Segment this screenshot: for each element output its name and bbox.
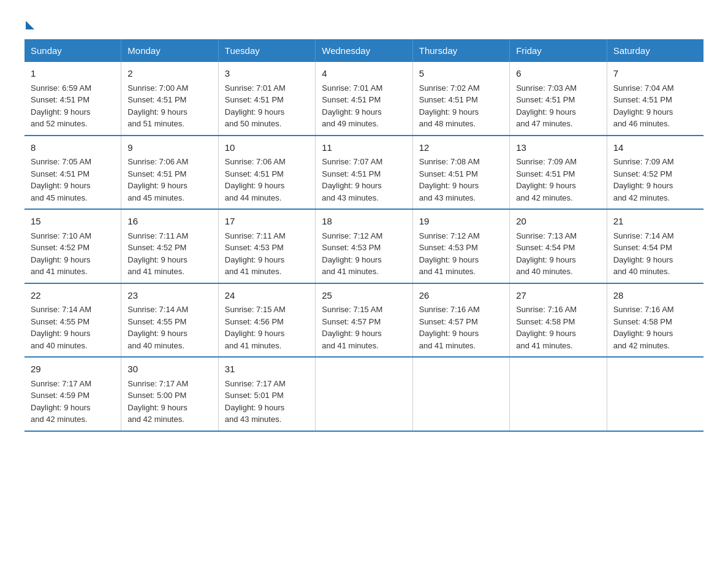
day-info: Sunrise: 7:06 AM Sunset: 4:51 PM Dayligh…: [127, 156, 211, 204]
day-info: Sunrise: 7:03 AM Sunset: 4:51 PM Dayligh…: [516, 82, 600, 130]
day-info: Sunrise: 7:14 AM Sunset: 4:55 PM Dayligh…: [31, 304, 115, 351]
day-info: Sunrise: 7:11 AM Sunset: 4:52 PM Dayligh…: [127, 230, 211, 278]
day-cell: 24Sunrise: 7:15 AM Sunset: 4:56 PM Dayli…: [218, 283, 315, 358]
day-info: Sunrise: 7:17 AM Sunset: 4:59 PM Dayligh…: [31, 378, 115, 426]
day-info: Sunrise: 7:00 AM Sunset: 4:51 PM Dayligh…: [127, 82, 211, 130]
day-info: Sunrise: 7:16 AM Sunset: 4:58 PM Dayligh…: [516, 304, 600, 351]
header-thursday: Thursday: [412, 39, 509, 62]
day-number: 11: [322, 141, 406, 155]
day-cell: [412, 357, 509, 431]
day-cell: 7Sunrise: 7:04 AM Sunset: 4:51 PM Daylig…: [607, 62, 703, 136]
day-info: Sunrise: 7:09 AM Sunset: 4:52 PM Dayligh…: [613, 156, 697, 204]
day-number: 19: [419, 215, 503, 229]
day-number: 27: [516, 289, 600, 303]
day-number: 4: [322, 67, 406, 81]
day-cell: 19Sunrise: 7:12 AM Sunset: 4:53 PM Dayli…: [412, 209, 509, 283]
day-number: 14: [613, 141, 697, 155]
day-info: Sunrise: 7:06 AM Sunset: 4:51 PM Dayligh…: [225, 156, 309, 204]
day-info: Sunrise: 7:14 AM Sunset: 4:54 PM Dayligh…: [613, 230, 697, 278]
day-number: 16: [127, 215, 211, 229]
day-number: 3: [225, 67, 309, 81]
day-cell: 8Sunrise: 7:05 AM Sunset: 4:51 PM Daylig…: [25, 136, 121, 210]
day-cell: [510, 357, 607, 431]
week-row-5: 29Sunrise: 7:17 AM Sunset: 4:59 PM Dayli…: [25, 357, 703, 431]
day-info: Sunrise: 7:16 AM Sunset: 4:58 PM Dayligh…: [613, 304, 697, 351]
day-info: Sunrise: 7:07 AM Sunset: 4:51 PM Dayligh…: [322, 156, 406, 204]
day-cell: 22Sunrise: 7:14 AM Sunset: 4:55 PM Dayli…: [25, 283, 121, 358]
week-row-4: 22Sunrise: 7:14 AM Sunset: 4:55 PM Dayli…: [25, 283, 703, 358]
day-cell: 31Sunrise: 7:17 AM Sunset: 5:01 PM Dayli…: [218, 357, 315, 431]
day-cell: 9Sunrise: 7:06 AM Sunset: 4:51 PM Daylig…: [121, 136, 218, 210]
day-info: Sunrise: 7:04 AM Sunset: 4:51 PM Dayligh…: [613, 82, 697, 130]
header-friday: Friday: [510, 39, 607, 62]
day-cell: 27Sunrise: 7:16 AM Sunset: 4:58 PM Dayli…: [510, 283, 607, 358]
day-cell: 6Sunrise: 7:03 AM Sunset: 4:51 PM Daylig…: [510, 62, 607, 136]
header-monday: Monday: [121, 39, 218, 62]
week-row-2: 8Sunrise: 7:05 AM Sunset: 4:51 PM Daylig…: [25, 136, 703, 210]
day-cell: 12Sunrise: 7:08 AM Sunset: 4:51 PM Dayli…: [412, 136, 509, 210]
day-cell: 16Sunrise: 7:11 AM Sunset: 4:52 PM Dayli…: [121, 209, 218, 283]
day-number: 20: [516, 215, 600, 229]
day-info: Sunrise: 7:09 AM Sunset: 4:51 PM Dayligh…: [516, 156, 600, 204]
day-cell: 21Sunrise: 7:14 AM Sunset: 4:54 PM Dayli…: [607, 209, 703, 283]
day-info: Sunrise: 7:01 AM Sunset: 4:51 PM Dayligh…: [322, 82, 406, 130]
day-cell: 23Sunrise: 7:14 AM Sunset: 4:55 PM Dayli…: [121, 283, 218, 358]
day-number: 23: [127, 289, 211, 303]
day-info: Sunrise: 7:01 AM Sunset: 4:51 PM Dayligh…: [225, 82, 309, 130]
day-cell: 28Sunrise: 7:16 AM Sunset: 4:58 PM Dayli…: [607, 283, 703, 358]
day-cell: 18Sunrise: 7:12 AM Sunset: 4:53 PM Dayli…: [316, 209, 412, 283]
day-number: 10: [225, 141, 309, 155]
day-info: Sunrise: 7:11 AM Sunset: 4:53 PM Dayligh…: [225, 230, 309, 278]
day-info: Sunrise: 7:16 AM Sunset: 4:57 PM Dayligh…: [419, 304, 503, 351]
logo-arrow-icon: [26, 21, 34, 29]
day-info: Sunrise: 7:12 AM Sunset: 4:53 PM Dayligh…: [322, 230, 406, 278]
day-cell: 2Sunrise: 7:00 AM Sunset: 4:51 PM Daylig…: [121, 62, 218, 136]
day-info: Sunrise: 7:08 AM Sunset: 4:51 PM Dayligh…: [419, 156, 503, 204]
day-number: 17: [225, 215, 309, 229]
day-cell: [316, 357, 412, 431]
day-cell: 25Sunrise: 7:15 AM Sunset: 4:57 PM Dayli…: [316, 283, 412, 358]
day-cell: [607, 357, 703, 431]
day-info: Sunrise: 7:05 AM Sunset: 4:51 PM Dayligh…: [31, 156, 115, 204]
calendar-header-row: SundayMondayTuesdayWednesdayThursdayFrid…: [25, 39, 703, 62]
day-number: 26: [419, 289, 503, 303]
header-wednesday: Wednesday: [316, 39, 412, 62]
day-number: 18: [322, 215, 406, 229]
day-cell: 5Sunrise: 7:02 AM Sunset: 4:51 PM Daylig…: [412, 62, 509, 136]
day-number: 2: [127, 67, 211, 81]
day-number: 6: [516, 67, 600, 81]
header-sunday: Sunday: [25, 39, 121, 62]
day-number: 28: [613, 289, 697, 303]
day-number: 21: [613, 215, 697, 229]
day-number: 7: [613, 67, 697, 81]
day-cell: 11Sunrise: 7:07 AM Sunset: 4:51 PM Dayli…: [316, 136, 412, 210]
day-number: 5: [419, 67, 503, 81]
day-info: Sunrise: 7:14 AM Sunset: 4:55 PM Dayligh…: [127, 304, 211, 351]
day-number: 22: [31, 289, 115, 303]
day-cell: 1Sunrise: 6:59 AM Sunset: 4:51 PM Daylig…: [25, 62, 121, 136]
day-cell: 29Sunrise: 7:17 AM Sunset: 4:59 PM Dayli…: [25, 357, 121, 431]
day-info: Sunrise: 7:02 AM Sunset: 4:51 PM Dayligh…: [419, 82, 503, 130]
header-tuesday: Tuesday: [218, 39, 315, 62]
day-number: 13: [516, 141, 600, 155]
day-info: Sunrise: 7:12 AM Sunset: 4:53 PM Dayligh…: [419, 230, 503, 278]
day-number: 12: [419, 141, 503, 155]
day-number: 1: [31, 67, 115, 81]
header-saturday: Saturday: [607, 39, 703, 62]
day-info: Sunrise: 7:17 AM Sunset: 5:01 PM Dayligh…: [225, 378, 309, 426]
logo: [25, 18, 34, 27]
day-info: Sunrise: 6:59 AM Sunset: 4:51 PM Dayligh…: [31, 82, 115, 130]
day-cell: 3Sunrise: 7:01 AM Sunset: 4:51 PM Daylig…: [218, 62, 315, 136]
day-cell: 13Sunrise: 7:09 AM Sunset: 4:51 PM Dayli…: [510, 136, 607, 210]
week-row-1: 1Sunrise: 6:59 AM Sunset: 4:51 PM Daylig…: [25, 62, 703, 136]
day-info: Sunrise: 7:17 AM Sunset: 5:00 PM Dayligh…: [127, 378, 211, 426]
day-info: Sunrise: 7:10 AM Sunset: 4:52 PM Dayligh…: [31, 230, 115, 278]
day-number: 31: [225, 362, 309, 377]
day-number: 30: [127, 362, 211, 377]
day-info: Sunrise: 7:15 AM Sunset: 4:57 PM Dayligh…: [322, 304, 406, 351]
day-info: Sunrise: 7:13 AM Sunset: 4:54 PM Dayligh…: [516, 230, 600, 278]
day-cell: 26Sunrise: 7:16 AM Sunset: 4:57 PM Dayli…: [412, 283, 509, 358]
day-cell: 20Sunrise: 7:13 AM Sunset: 4:54 PM Dayli…: [510, 209, 607, 283]
day-cell: 30Sunrise: 7:17 AM Sunset: 5:00 PM Dayli…: [121, 357, 218, 431]
day-info: Sunrise: 7:15 AM Sunset: 4:56 PM Dayligh…: [225, 304, 309, 351]
